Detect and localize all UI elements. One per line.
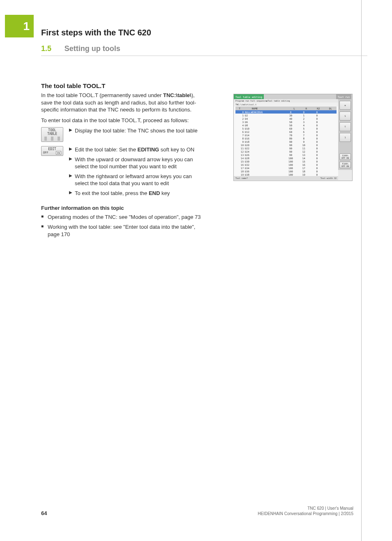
softkey-box: TOOL TABLE <box>41 127 63 142</box>
table-row: 16D32100160 <box>235 163 337 166</box>
table-row: 11D2290110 <box>235 146 337 150</box>
ss-tab-testrun: Test run <box>336 94 351 99</box>
ss-table: T NAME L R R2 DL 0NULLWERKZEUG0001D23010… <box>234 107 338 176</box>
softkey-tool-table-icon: TOOL TABLE <box>41 127 66 144</box>
table-row: 15D30100150 <box>235 160 337 163</box>
ss-override-f: F100% OFF ON <box>339 162 351 168</box>
softkey-box: EDIT OFF ON <box>41 146 63 156</box>
ss-override-s: S100% OFF ON <box>339 153 351 160</box>
section-number: 1.5 <box>41 44 51 53</box>
table-row: 2D44020 <box>235 117 337 120</box>
further-item-2: ■ Working with the tool table: see "Ente… <box>41 223 201 238</box>
arrow-right-icon: ▶ <box>69 190 75 197</box>
step-5: ▶ To exit the tool table, press the END … <box>69 190 201 197</box>
further-info-heading: Further information on this topic <box>41 205 201 211</box>
further-item-1: ■ Operating modes of the TNC: see "Modes… <box>41 214 201 221</box>
arrow-right-icon: ▶ <box>69 127 75 135</box>
table-row: 18D36100180 <box>235 169 337 173</box>
ss-right-panel: ✻ S T 1 S100% OFF ON F100% OFF ON <box>338 99 352 170</box>
ss-gear-icon: ✻ <box>339 101 351 110</box>
step-group-1: TOOL TABLE ▶ Display the tool table: The… <box>41 127 201 144</box>
table-row: 10D2090100 <box>235 143 337 146</box>
tnc-screenshot: Tool table editing Test run Program run … <box>233 94 353 181</box>
section-header: 1.5 Setting up tools <box>41 44 367 56</box>
arrow-right-icon: ▶ <box>69 146 75 153</box>
table-row: 12D2490120 <box>235 150 337 153</box>
table-row: 6D126060 <box>235 130 337 133</box>
ss-btn-s: S <box>339 111 351 121</box>
table-row: 17D34100170 <box>235 166 337 169</box>
ss-status-bar: Tool name? Text width 32 <box>234 176 338 180</box>
table-row: 9D189090 <box>235 140 337 143</box>
chapter-badge: 1 <box>5 15 34 37</box>
table-row: 7D147070 <box>235 133 337 137</box>
table-row: 14D28100140 <box>235 156 337 160</box>
step-2: ▶ Edit the tool table: Set the EDITING s… <box>69 146 201 153</box>
table-row: 5D106050 <box>235 127 337 130</box>
content-column: The tool table TOOL.T In the tool table … <box>41 82 201 240</box>
ss-path: TNC:\table\tool.t <box>234 102 338 107</box>
paragraph-2: To enter tool data in the tool table TOO… <box>41 117 201 124</box>
tool-icons <box>42 136 62 141</box>
step-3: ▶ With the upward or downward arrow keys… <box>69 156 201 170</box>
table-row: 19D38100190 <box>235 173 337 176</box>
footer-line2: HEIDENHAIN Conversational Programming | … <box>258 511 353 516</box>
step-1: ▶ Display the tool table: The TNC shows … <box>69 127 201 135</box>
ss-breadcrumb: Program run full sequence▶Tool table edi… <box>234 99 338 102</box>
step-4: ▶ With the rightward or leftward arrow k… <box>69 173 201 187</box>
table-row: 1D23010 <box>235 114 337 117</box>
ss-btn-1: 1 <box>339 133 351 142</box>
square-bullet-icon: ■ <box>41 214 48 221</box>
table-row: 13D2690130 <box>235 153 337 156</box>
arrow-right-icon: ▶ <box>69 156 75 170</box>
subheading: The tool table TOOL.T <box>41 82 201 89</box>
ss-btn-t: T <box>339 122 351 131</box>
ss-table-header: T NAME L R R2 DL <box>235 107 337 110</box>
section-title: Setting up tools <box>65 44 120 53</box>
chapter-number: 1 <box>23 20 30 33</box>
softkey-edit-icon: EDIT OFF ON <box>41 146 66 158</box>
table-row: 8D168080 <box>235 137 337 140</box>
table-row: 0NULLWERKZEUG000 <box>235 110 337 114</box>
square-bullet-icon: ■ <box>41 223 48 238</box>
ss-header: Tool table editing Test run <box>234 94 352 99</box>
chapter-title: First steps with the TNC 620 <box>41 28 151 37</box>
paragraph-1: In the tool table TOOL.T (permanently sa… <box>41 92 201 114</box>
page-number: 64 <box>41 510 47 516</box>
margin-rule <box>361 0 362 541</box>
table-row: 4D85040 <box>235 123 337 127</box>
table-row: 3D65030 <box>235 120 337 123</box>
arrow-right-icon: ▶ <box>69 173 75 187</box>
ss-tab-active: Tool table editing <box>234 94 264 99</box>
footer-line1: TNC 620 | User's Manual <box>258 506 353 511</box>
footer: TNC 620 | User's Manual HEIDENHAIN Conve… <box>258 506 353 516</box>
step-group-2: EDIT OFF ON ▶ Edit the tool table: Set t… <box>41 146 201 199</box>
